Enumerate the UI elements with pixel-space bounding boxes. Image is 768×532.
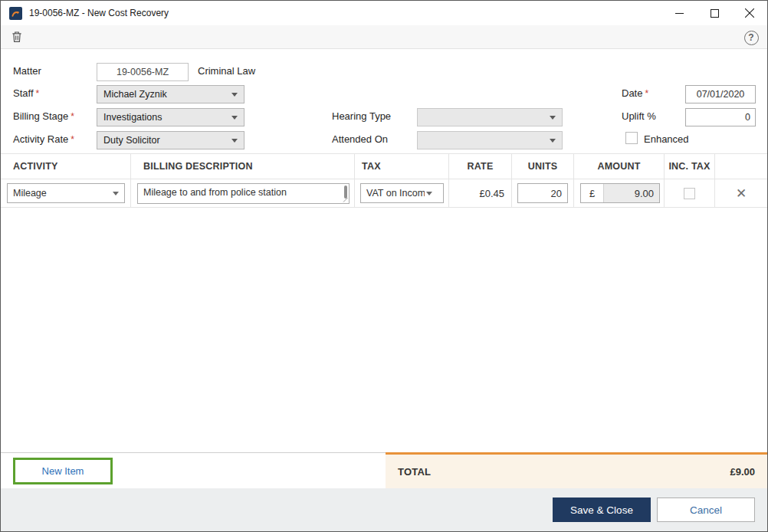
delete-button[interactable] <box>5 26 28 48</box>
billing-description-field: Mileage to and from police station <box>137 183 350 204</box>
hearing-type-dropdown[interactable] <box>417 108 563 126</box>
billing-description-input[interactable]: Mileage to and from police station <box>138 184 349 203</box>
staff-required-marker: * <box>36 88 40 99</box>
activity-rate-label: Activity Rate* <box>13 133 74 145</box>
header-billing-description: BILLING DESCRIPTION <box>131 154 355 179</box>
header-tax: TAX <box>355 154 449 179</box>
date-label-text: Date <box>622 87 642 99</box>
uplift-input[interactable] <box>685 108 756 126</box>
activity-cell: Mileage <box>1 179 131 207</box>
tax-dropdown[interactable]: VAT on Income <box>360 183 444 203</box>
activity-dropdown[interactable]: Mileage <box>7 183 125 203</box>
help-icon: ? <box>744 31 759 45</box>
header-activity: ACTIVITY <box>1 154 131 179</box>
billing-stage-label-text: Billing Stage <box>13 110 68 122</box>
billing-stage-value: Investigations <box>103 112 227 123</box>
billing-stage-label: Billing Stage* <box>13 110 74 122</box>
header-amount: AMOUNT <box>574 154 665 179</box>
uplift-label: Uplift % <box>622 110 656 122</box>
activity-rate-label-text: Activity Rate <box>13 133 68 145</box>
activity-rate-dropdown[interactable]: Duty Solicitor <box>97 131 245 149</box>
trash-icon <box>10 30 24 44</box>
help-button[interactable]: ? <box>743 29 760 46</box>
tax-value: VAT on Income <box>366 188 425 199</box>
units-cell <box>512 179 574 207</box>
inc-tax-checkbox[interactable] <box>684 188 695 199</box>
amount-field: £ <box>580 183 660 203</box>
dialog-window: 19-0056-MZ - New Cost Recovery ? Matter <box>0 0 768 532</box>
matter-label-text: Matter <box>13 65 41 77</box>
units-input[interactable] <box>517 183 568 203</box>
tax-cell: VAT on Income <box>355 179 449 207</box>
chevron-down-icon <box>231 116 238 120</box>
close-button[interactable] <box>732 1 767 25</box>
header-inc-tax: INC. TAX <box>665 154 715 179</box>
rate-cell: £0.45 <box>449 179 512 207</box>
matter-type-label: Criminal Law <box>198 65 255 77</box>
cost-item-row: Mileage Mileage to and from police stati… <box>1 179 767 208</box>
chevron-down-icon <box>426 192 432 195</box>
total-label: TOTAL <box>398 466 431 478</box>
minimize-button[interactable] <box>661 1 697 25</box>
amount-cell: £ <box>574 179 665 207</box>
billing-stage-required-marker: * <box>71 111 74 122</box>
attended-on-label: Attended On <box>332 133 388 145</box>
close-icon <box>745 8 754 18</box>
footer-bar: Save & Close Cancel <box>1 488 767 531</box>
attended-on-dropdown[interactable] <box>417 131 563 149</box>
total-bar: TOTAL £9.00 <box>386 452 767 488</box>
app-logo-icon <box>9 7 22 20</box>
window-title: 19-0056-MZ - New Cost Recovery <box>29 8 661 18</box>
chevron-down-icon <box>550 139 556 143</box>
hearing-type-label: Hearing Type <box>332 110 391 122</box>
resize-grip-icon[interactable] <box>343 197 348 202</box>
minimize-icon <box>675 9 684 18</box>
chevron-down-icon <box>550 116 556 120</box>
new-item-button[interactable]: New Item <box>13 458 113 484</box>
chevron-down-icon <box>231 93 238 97</box>
date-input[interactable] <box>685 85 756 103</box>
header-rate: RATE <box>449 154 512 179</box>
total-value: £9.00 <box>730 466 755 478</box>
activity-value: Mileage <box>13 188 108 199</box>
staff-value: Michael Zyznik <box>103 89 227 100</box>
rate-value: £0.45 <box>449 188 511 199</box>
chevron-down-icon <box>231 139 238 143</box>
delete-row-icon[interactable]: ✕ <box>736 187 747 200</box>
cancel-button[interactable]: Cancel <box>657 498 755 522</box>
amount-input[interactable] <box>604 184 659 202</box>
activity-rate-required-marker: * <box>71 134 74 145</box>
currency-symbol: £ <box>581 184 604 202</box>
staff-label: Staff* <box>13 87 39 99</box>
date-required-marker: * <box>645 88 648 99</box>
enhanced-checkbox[interactable] <box>625 132 638 144</box>
billing-stage-dropdown[interactable]: Investigations <box>97 108 245 126</box>
enhanced-label: Enhanced <box>644 133 689 145</box>
inc-tax-cell <box>665 179 715 207</box>
form-area: Matter Criminal Law Staff* Michael Zyzni… <box>1 49 767 153</box>
matter-input[interactable] <box>97 63 189 81</box>
date-label: Date* <box>622 87 648 99</box>
new-item-area: New Item <box>1 452 386 488</box>
toolbar: ? <box>1 25 767 49</box>
activity-rate-value: Duty Solicitor <box>103 135 227 146</box>
maximize-button[interactable] <box>697 1 732 25</box>
actions-cell: ✕ <box>715 179 767 207</box>
billing-description-cell: Mileage to and from police station <box>131 179 355 207</box>
staff-dropdown[interactable]: Michael Zyznik <box>97 85 245 103</box>
title-bar: 19-0056-MZ - New Cost Recovery <box>1 1 767 25</box>
maximize-icon <box>711 9 719 18</box>
header-units: UNITS <box>512 154 574 179</box>
matter-label: Matter <box>13 65 41 77</box>
header-actions <box>715 154 767 179</box>
items-table-header: ACTIVITY BILLING DESCRIPTION TAX RATE UN… <box>1 153 767 179</box>
summary-row: New Item TOTAL £9.00 <box>1 452 767 488</box>
save-and-close-button[interactable]: Save & Close <box>553 498 651 522</box>
staff-label-text: Staff <box>13 87 34 99</box>
chevron-down-icon <box>113 192 119 195</box>
